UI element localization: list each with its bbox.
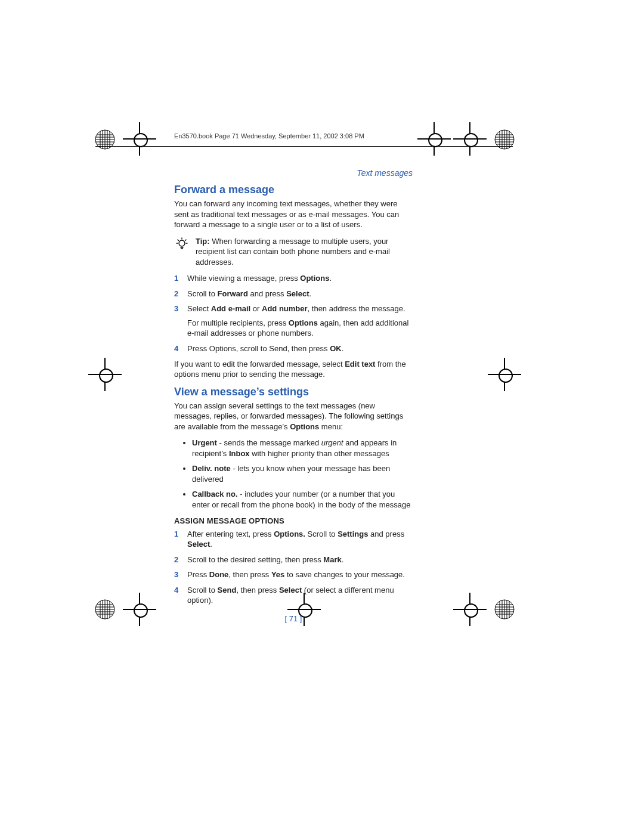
list-item: While viewing a message, press Options. <box>174 273 413 284</box>
list-item: After entering text, press Options. Scro… <box>174 529 413 550</box>
corner-ornament-top-right <box>494 129 515 150</box>
list-item: Urgent - sends the message marked urgent… <box>192 438 413 459</box>
svg-line-51 <box>185 240 187 241</box>
list-item: Select Add e-mail or Add number, then ad… <box>174 304 413 339</box>
list-item: Callback no. - includes your number (or … <box>192 489 413 510</box>
assign-steps: After entering text, press Options. Scro… <box>174 529 413 606</box>
list-item: Press Done, then press Yes to save chang… <box>174 569 413 580</box>
corner-ornament-top-left <box>94 129 116 150</box>
list-item: Deliv. note - lets you know when your me… <box>192 463 413 484</box>
section-label: Text messages <box>174 168 413 178</box>
page-number: [ 71 ] <box>174 614 413 623</box>
register-mark-left <box>88 358 122 391</box>
assign-options-subhead: ASSIGN MESSAGE OPTIONS <box>174 516 413 525</box>
forward-steps: While viewing a message, press Options.S… <box>174 273 413 354</box>
svg-point-44 <box>179 240 185 246</box>
register-mark-bottom-right <box>453 593 487 626</box>
tip-block: Tip: When forwarding a message to multip… <box>174 236 413 268</box>
register-mark-top-left <box>123 122 156 156</box>
forward-outro: If you want to edit the forwarded messag… <box>174 359 413 380</box>
book-header-line: En3570.book Page 71 Wednesday, September… <box>174 132 413 140</box>
list-item: Press Options, scroll to Send, then pres… <box>174 343 413 354</box>
list-item: Scroll to the desired setting, then pres… <box>174 555 413 565</box>
corner-ornament-bottom-right <box>494 599 515 620</box>
register-mark-right <box>488 358 521 391</box>
heading-forward: Forward a message <box>174 184 413 196</box>
list-item: Scroll to Forward and press Select. <box>174 289 413 299</box>
register-mark-top-mid <box>417 122 451 156</box>
view-intro: You can assign several settings to the t… <box>174 401 413 432</box>
corner-ornament-bottom-left <box>94 599 116 620</box>
svg-line-50 <box>178 240 179 241</box>
tip-text: Tip: When forwarding a message to multip… <box>196 236 413 268</box>
forward-intro: You can forward any incoming text messag… <box>174 199 413 230</box>
page-content: En3570.book Page 71 Wednesday, September… <box>174 132 413 623</box>
heading-view-settings: View a message’s settings <box>174 386 413 398</box>
view-bullets: Urgent - sends the message marked urgent… <box>174 438 413 510</box>
register-mark-bottom-left <box>123 593 156 626</box>
lightbulb-icon <box>174 236 190 253</box>
list-item: Scroll to Send, then press Select (or se… <box>174 585 413 606</box>
register-mark-top-right <box>453 122 487 156</box>
